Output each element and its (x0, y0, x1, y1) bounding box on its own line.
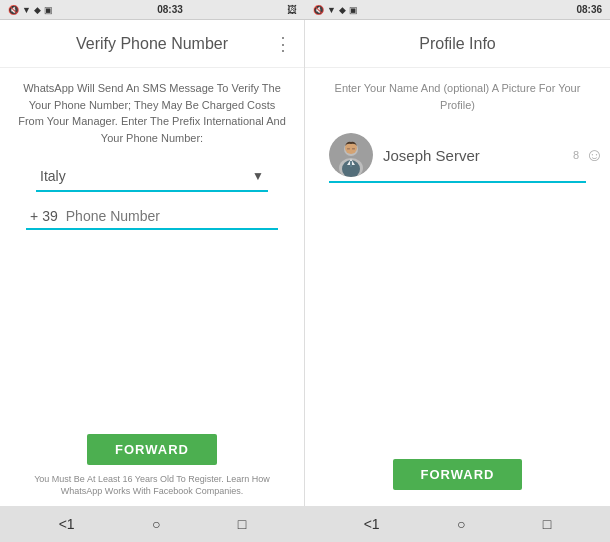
recents-button-left[interactable]: □ (238, 516, 246, 532)
svg-rect-8 (352, 148, 355, 150)
profile-input-row: 8 ☺ (329, 129, 586, 183)
left-footer: FORWARD You Must Be At Least 16 Years Ol… (0, 426, 304, 506)
country-label: Italy (40, 168, 66, 184)
right-forward-button[interactable]: FORWARD (393, 459, 523, 490)
avatar[interactable] (329, 133, 373, 177)
right-status-icons: 🔇 ▼ ◆ ▣ (313, 5, 358, 15)
right-header: Profile Info (305, 20, 610, 68)
phone-number-input[interactable] (66, 208, 274, 224)
home-button-right[interactable]: ○ (457, 516, 465, 532)
screens-container: Verify Phone Number ⋮ WhatsApp Will Send… (0, 20, 610, 506)
emoji-icon[interactable]: ☺ (585, 145, 603, 166)
left-forward-button[interactable]: FORWARD (87, 434, 217, 465)
mute-icon-r: 🔇 (313, 5, 324, 15)
phone-input-row: + 39 (26, 204, 278, 230)
profile-name-input[interactable] (383, 147, 573, 164)
nav-right: <1 ○ □ (305, 506, 610, 542)
profile-description: Enter Your Name And (optional) A Picture… (321, 80, 594, 113)
status-bar-left: 🔇 ▼ ◆ ▣ 08:33 🖼 (0, 0, 305, 20)
home-button-left[interactable]: ○ (152, 516, 160, 532)
signal-icon-r: ▼ (327, 5, 336, 15)
wifi-icon: ◆ (34, 5, 41, 15)
status-bars: 🔇 ▼ ◆ ▣ 08:33 🖼 🔇 ▼ ◆ ▣ 08:36 (0, 0, 610, 20)
left-extra-icon: 🖼 (287, 4, 297, 15)
left-header: Verify Phone Number ⋮ (0, 20, 304, 68)
recents-button-right[interactable]: □ (543, 516, 551, 532)
left-status-icons: 🔇 ▼ ◆ ▣ (8, 5, 53, 15)
back-button-right[interactable]: <1 (364, 516, 380, 532)
screen-right: Profile Info Enter Your Name And (option… (305, 20, 610, 506)
right-footer: FORWARD (305, 451, 610, 506)
plus-sign: + (30, 208, 38, 224)
left-screen-body: WhatsApp Will Send An SMS Message To Ver… (0, 68, 304, 426)
svg-rect-7 (347, 148, 350, 150)
chevron-down-icon: ▼ (252, 169, 264, 183)
left-time: 08:33 (157, 4, 183, 15)
left-screen-title: Verify Phone Number (76, 35, 228, 53)
avatar-image (329, 133, 373, 177)
right-time: 08:36 (576, 4, 602, 15)
back-button-left[interactable]: <1 (59, 516, 75, 532)
country-selector[interactable]: Italy ▼ (36, 162, 268, 192)
svg-rect-5 (350, 161, 352, 167)
left-description: WhatsApp Will Send An SMS Message To Ver… (16, 80, 288, 146)
battery-icon-r: ▣ (349, 5, 358, 15)
status-bar-right: 🔇 ▼ ◆ ▣ 08:36 (305, 0, 610, 20)
screen-left: Verify Phone Number ⋮ WhatsApp Will Send… (0, 20, 305, 506)
signal-icon: ▼ (22, 5, 31, 15)
nav-bar: <1 ○ □ <1 ○ □ (0, 506, 610, 542)
country-code: 39 (42, 208, 58, 224)
left-footer-note: You Must Be At Least 16 Years Old To Reg… (16, 473, 288, 498)
right-screen-title: Profile Info (419, 35, 495, 53)
menu-icon[interactable]: ⋮ (274, 33, 292, 55)
nav-left: <1 ○ □ (0, 506, 305, 542)
right-screen-body: Enter Your Name And (optional) A Picture… (305, 68, 610, 451)
wifi-icon-r: ◆ (339, 5, 346, 15)
mute-icon: 🔇 (8, 5, 19, 15)
char-count: 8 (573, 149, 579, 161)
battery-icon: ▣ (44, 5, 53, 15)
